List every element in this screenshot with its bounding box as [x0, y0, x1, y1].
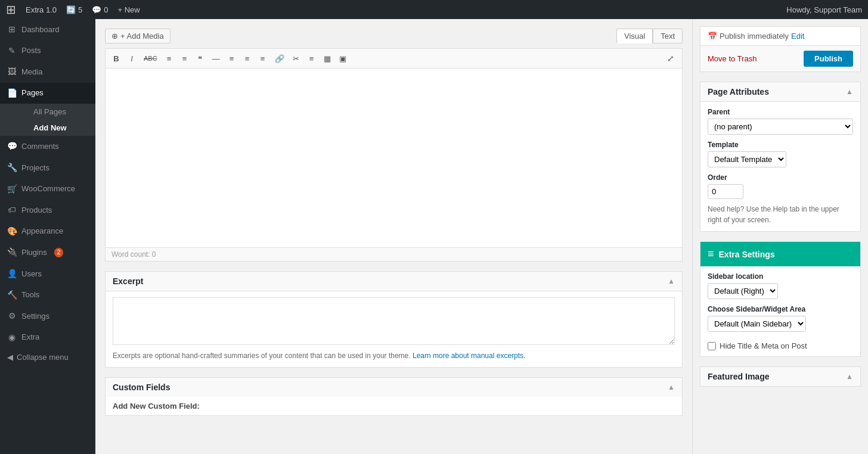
italic-button[interactable]: I: [125, 52, 139, 66]
hide-title-checkbox[interactable]: [708, 342, 716, 350]
link-button[interactable]: 🔗: [271, 52, 288, 66]
comments-count: 0: [104, 5, 108, 14]
table-button[interactable]: ▦: [320, 52, 334, 66]
sidebar-label-pages: Pages: [21, 88, 44, 98]
admin-bar-new[interactable]: + New: [118, 5, 140, 14]
pages-submenu: All Pages Add New: [0, 104, 95, 136]
order-label: Order: [708, 173, 853, 182]
sidebar-item-media[interactable]: 🖼 Media: [0, 61, 95, 83]
add-custom-field-row: Add New Custom Field:: [106, 397, 682, 415]
blockquote-button[interactable]: ❝: [193, 52, 207, 66]
sidebar-label-comments: Comments: [21, 141, 59, 152]
sidebar-item-pages[interactable]: 📄 Pages: [0, 83, 95, 104]
schedule-edit-link[interactable]: Edit: [791, 32, 804, 41]
sidebar-label-products: Products: [21, 205, 52, 216]
appearance-icon: 🎨: [7, 226, 17, 238]
add-custom-field-label: Add New Custom Field:: [113, 402, 200, 411]
sidebar-item-posts[interactable]: ✎ Posts: [0, 41, 95, 62]
sidebar-item-products[interactable]: 🏷 Products: [0, 200, 95, 221]
sidebar-item-users[interactable]: 👤 Users: [0, 263, 95, 285]
template-select[interactable]: Default Template: [708, 151, 786, 167]
site-name: Extra 1.0: [26, 5, 57, 14]
sidebar-label-projects: Projects: [21, 163, 49, 173]
publish-box: 📅 Publish immediately Edit Move to Trash…: [700, 26, 861, 72]
dashboard-icon: ⊞: [7, 24, 17, 36]
editor-format-bar: B I ABC ≡ ≡ ❝ — ≡ ≡ ≡ 🔗 ✂ ≡ ▦ ▣ ⤢: [106, 49, 682, 69]
sidebar-item-plugins[interactable]: 🔌 Plugins 2: [0, 242, 95, 263]
woocommerce-icon: 🛒: [7, 184, 17, 195]
publish-button[interactable]: Publish: [804, 51, 853, 67]
projects-icon: 🔧: [7, 162, 17, 174]
sidebar-label-plugins: Plugins: [21, 247, 47, 258]
updates-icon: 🔄: [66, 5, 76, 14]
extra-settings-icon: ≡: [708, 248, 714, 260]
sidebar-sub-add-new[interactable]: Add New: [17, 120, 95, 136]
sidebar-label-extra: Extra: [21, 332, 39, 343]
sidebar-item-extra[interactable]: ◉ Extra: [0, 327, 95, 349]
bold-button[interactable]: B: [109, 52, 123, 66]
add-media-button[interactable]: ⊕ + Add Media: [105, 29, 170, 43]
user-greeting: Howdy, Support Team: [786, 5, 862, 14]
excerpt-help-text: Excerpts are optional hand-crafted summa…: [113, 352, 411, 360]
publish-schedule-row: 📅 Publish immediately Edit: [700, 27, 860, 45]
schedule-label: Publish: [720, 32, 745, 41]
products-icon: 🏷: [7, 204, 17, 216]
updates-count: 5: [78, 5, 82, 14]
sidebar-item-comments[interactable]: 💬 Comments: [0, 136, 95, 157]
text-tab[interactable]: Text: [653, 29, 683, 43]
wp-logo-icon[interactable]: ⊞: [6, 2, 16, 17]
page-attributes-header[interactable]: Page Attributes ▲: [700, 82, 860, 102]
editor-content[interactable]: [106, 69, 682, 247]
unlink-button[interactable]: ✂: [289, 52, 303, 66]
align-left-button[interactable]: ≡: [225, 52, 239, 66]
collapse-label: Collapse menu: [17, 353, 69, 362]
collapse-menu-btn[interactable]: ◀ Collapse menu: [0, 348, 95, 366]
sidebar-sub-all-pages[interactable]: All Pages: [17, 104, 95, 120]
featured-image-header[interactable]: Featured Image ▲: [700, 367, 860, 386]
excerpt-help: Excerpts are optional hand-crafted summa…: [113, 350, 675, 361]
sidebar-label-appearance: Appearance: [21, 226, 63, 237]
admin-bar-comments[interactable]: 💬 0: [92, 5, 108, 14]
expand-toolbar-button[interactable]: ⤢: [663, 51, 678, 66]
sidebar-location-select[interactable]: Default (Right): [708, 283, 778, 299]
sidebar-item-dashboard[interactable]: ⊞ Dashboard: [0, 19, 95, 41]
extra-icon: ◉: [7, 332, 17, 344]
excerpt-learn-more-link[interactable]: Learn more about manual excerpts.: [413, 352, 525, 360]
unordered-list-button[interactable]: ≡: [162, 52, 176, 66]
excerpt-header[interactable]: Excerpt ▲: [106, 272, 682, 291]
hide-title-label: Hide Title & Meta on Post: [720, 341, 807, 350]
fullscreen-button[interactable]: ▣: [336, 52, 350, 66]
admin-bar-updates[interactable]: 🔄 5: [66, 5, 82, 14]
align-center-button[interactable]: ≡: [240, 52, 255, 66]
strikethrough-button[interactable]: ABC: [140, 52, 161, 64]
right-sidebar: 📅 Publish immediately Edit Move to Trash…: [692, 19, 868, 454]
sidebar-item-projects[interactable]: 🔧 Projects: [0, 157, 95, 179]
word-count: Word count: 0: [106, 247, 682, 261]
sidebar-item-tools[interactable]: 🔨 Tools: [0, 285, 95, 306]
word-count-label: Word count: 0: [111, 250, 156, 259]
admin-bar-site[interactable]: Extra 1.0: [26, 5, 57, 14]
move-to-trash-link[interactable]: Move to Trash: [708, 54, 757, 63]
order-input[interactable]: [708, 184, 743, 199]
choose-sidebar-label: Choose Sidebar/Widget Area: [708, 305, 853, 313]
sidebar-item-woocommerce[interactable]: 🛒 WooCommerce: [0, 179, 95, 200]
horizontal-rule-button[interactable]: —: [209, 52, 224, 66]
schedule-modifier: immediately: [748, 32, 789, 41]
align-right-button[interactable]: ≡: [256, 52, 270, 66]
media-icon: 🖼: [7, 66, 17, 78]
calendar-icon: 📅: [708, 32, 717, 41]
insert-more-button[interactable]: ≡: [305, 52, 319, 66]
main-content: ⊕ + Add Media Visual Text B I ABC ≡ ≡ ❝ …: [95, 19, 868, 454]
excerpt-textarea[interactable]: [113, 297, 675, 345]
parent-select[interactable]: (no parent): [708, 119, 853, 135]
sidebar-item-appearance[interactable]: 🎨 Appearance: [0, 221, 95, 242]
choose-sidebar-select[interactable]: Default (Main Sidebar): [708, 316, 806, 332]
visual-tab[interactable]: Visual: [616, 29, 653, 43]
settings-icon: ⚙: [7, 310, 17, 322]
sidebar: ⊞ Dashboard ✎ Posts 🖼 Media 📄 Pages All …: [0, 19, 95, 454]
excerpt-body: Excerpts are optional hand-crafted summa…: [106, 291, 682, 367]
collapse-icon: ◀: [7, 353, 13, 362]
ordered-list-button[interactable]: ≡: [178, 52, 192, 66]
sidebar-item-settings[interactable]: ⚙ Settings: [0, 306, 95, 327]
custom-fields-header[interactable]: Custom Fields ▲: [106, 378, 682, 397]
